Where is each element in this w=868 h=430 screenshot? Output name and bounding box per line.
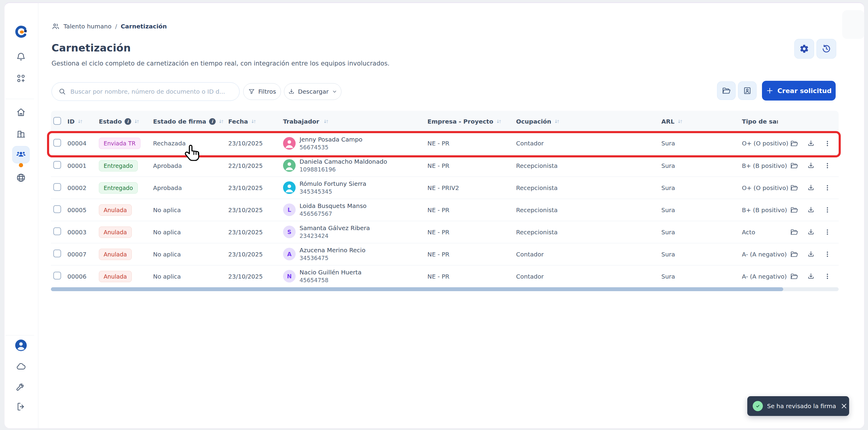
search-input[interactable]	[70, 88, 233, 95]
status-badge: Anulada	[99, 249, 132, 260]
horizontal-scrollbar-thumb[interactable]	[51, 287, 783, 291]
header-fecha[interactable]: Fecha	[226, 118, 282, 125]
row-folder-button[interactable]	[790, 184, 798, 192]
row-download-button[interactable]	[807, 139, 815, 147]
download-icon	[288, 88, 295, 95]
cell-trabajador: Rómulo Fortuny Sierra 345345345	[282, 180, 425, 196]
row-more-options-button[interactable]	[824, 251, 831, 258]
row-folder-button[interactable]	[790, 272, 798, 280]
cell-id: 00004	[67, 140, 94, 147]
row-download-button[interactable]	[807, 206, 815, 214]
notifications-bell-icon[interactable]	[13, 49, 29, 65]
row-folder-button[interactable]	[790, 250, 798, 258]
success-check-icon	[753, 401, 763, 411]
apps-plus-icon[interactable]	[13, 71, 29, 86]
avatar	[283, 137, 296, 150]
row-checkbox[interactable]	[53, 139, 61, 146]
sort-icon[interactable]	[251, 119, 257, 125]
logout-icon[interactable]	[13, 399, 29, 415]
sort-icon[interactable]	[677, 119, 683, 125]
sort-icon[interactable]	[134, 119, 140, 125]
create-request-button[interactable]: Crear solicitud	[762, 81, 836, 101]
row-download-button[interactable]	[807, 272, 815, 280]
header-tipo-sangre[interactable]: Tipo de sangre	[740, 118, 785, 125]
info-icon[interactable]: i	[125, 118, 131, 125]
table-row[interactable]: 00004 Enviada TR Rechazada 23/10/2025 Je…	[51, 132, 839, 155]
user-avatar[interactable]	[13, 337, 29, 353]
sidebar-item-home[interactable]	[13, 104, 29, 120]
cloud-icon[interactable]	[13, 359, 29, 374]
sort-icon[interactable]	[323, 119, 329, 125]
table-row[interactable]: 00006 Anulada No aplica 23/10/2025 N Nac…	[51, 265, 839, 287]
row-folder-button[interactable]	[790, 139, 798, 147]
filters-button[interactable]: Filtros	[243, 83, 281, 100]
sidebar-item-globe[interactable]	[13, 170, 29, 186]
settings-button[interactable]	[794, 39, 814, 59]
header-estado-firma[interactable]: Estado de firma i	[151, 118, 226, 125]
sort-icon[interactable]	[496, 119, 502, 125]
history-button[interactable]	[816, 39, 836, 59]
row-folder-button[interactable]	[790, 206, 798, 214]
row-checkbox[interactable]	[53, 250, 61, 257]
header-arl[interactable]: ARL	[659, 118, 740, 125]
table-row[interactable]: 00003 Anulada No aplica 23/10/2025 S Sam…	[51, 221, 839, 243]
sidebar-item-company[interactable]	[13, 126, 29, 141]
table-row[interactable]: 00007 Anulada No aplica 23/10/2025 A Azu…	[51, 243, 839, 265]
row-checkbox[interactable]	[53, 272, 61, 279]
row-folder-button[interactable]	[790, 228, 798, 236]
sort-icon[interactable]	[554, 119, 560, 125]
table-row[interactable]: 00001 Entregado Aprobada 22/10/2025 Dani…	[51, 155, 839, 176]
download-button[interactable]: Descargar	[284, 83, 341, 100]
row-checkbox[interactable]	[53, 205, 61, 213]
header-estado[interactable]: Estado i	[94, 118, 151, 125]
id-card-view-button[interactable]	[738, 81, 756, 100]
worker-name: Rómulo Fortuny Sierra	[300, 180, 366, 188]
info-icon[interactable]: i	[209, 118, 216, 125]
header-ocupacion[interactable]: Ocupación	[514, 118, 659, 125]
active-indicator-dot	[19, 163, 23, 167]
sidebar-item-talento-humano[interactable]	[12, 146, 30, 163]
sidebar-separator-bottom	[5, 335, 34, 335]
row-download-button[interactable]	[807, 228, 815, 236]
table-row[interactable]: 00005 Anulada No aplica 23/10/2025 L Loi…	[51, 199, 839, 221]
row-more-options-button[interactable]	[824, 162, 831, 169]
header-empresa[interactable]: Empresa - Proyecto	[425, 118, 514, 125]
select-all-checkbox[interactable]	[53, 117, 61, 125]
breadcrumb-section[interactable]: Talento humano	[63, 23, 112, 30]
worker-name: Loida Busquets Manso	[300, 202, 367, 210]
row-more-options-button[interactable]	[824, 228, 831, 236]
horizontal-scrollbar-track[interactable]	[51, 287, 839, 291]
row-download-button[interactable]	[807, 184, 815, 192]
row-more-options-button[interactable]	[824, 206, 831, 214]
cell-arl: Sura	[659, 229, 740, 236]
cell-estado-firma: No aplica	[151, 206, 226, 214]
requests-table: ID Estado i Estado de firma i Fecha Trab…	[51, 111, 839, 287]
sort-icon[interactable]	[218, 119, 224, 125]
header-trabajador[interactable]: Trabajador	[282, 118, 425, 125]
row-more-options-button[interactable]	[824, 140, 831, 147]
worker-name: Azucena Merino Recio	[300, 246, 365, 254]
toast-close-icon[interactable]	[840, 402, 848, 410]
header-id[interactable]: ID	[67, 118, 94, 125]
sidebar-separator	[5, 99, 34, 99]
toast-notification: Se ha revisado la firma	[747, 396, 849, 416]
sort-icon[interactable]	[77, 119, 83, 125]
row-download-button[interactable]	[807, 162, 815, 170]
plus-icon	[766, 87, 774, 95]
wrench-icon[interactable]	[13, 379, 29, 394]
create-request-label: Crear solicitud	[777, 87, 832, 95]
row-more-options-button[interactable]	[824, 184, 831, 192]
worker-document: 45654758	[300, 276, 362, 284]
row-checkbox[interactable]	[53, 183, 61, 191]
cell-tipo-sangre: A- (A negativo)	[740, 273, 785, 280]
cell-trabajador: Daniela Camacho Maldonado 1098816196	[282, 158, 425, 173]
table-row[interactable]: 00002 Entregado Aprobada 23/10/2025 Rómu…	[51, 176, 839, 199]
row-checkbox[interactable]	[53, 227, 61, 235]
row-checkbox[interactable]	[53, 161, 61, 169]
cell-id: 00006	[67, 273, 94, 280]
search-box[interactable]	[52, 82, 240, 101]
row-folder-button[interactable]	[790, 162, 798, 170]
folder-view-button[interactable]	[717, 81, 736, 100]
row-more-options-button[interactable]	[824, 273, 831, 280]
row-download-button[interactable]	[807, 250, 815, 258]
